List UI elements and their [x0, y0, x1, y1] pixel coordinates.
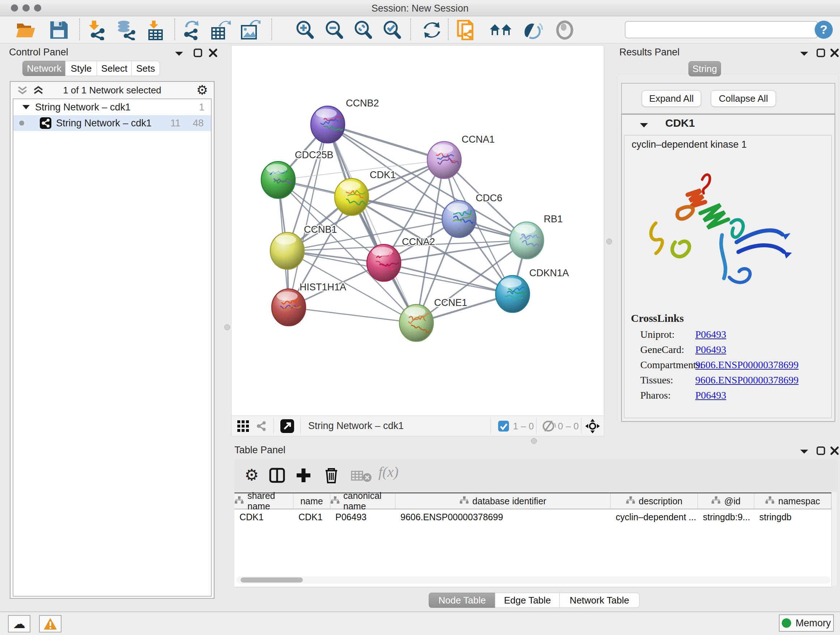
tab-select[interactable]: Select: [96, 61, 132, 76]
footer-separator: [491, 417, 491, 434]
grid-view-icon[interactable]: [237, 420, 249, 432]
tab-network-table[interactable]: Network Table: [559, 593, 639, 608]
collapse-panel-icon[interactable]: [799, 448, 809, 455]
toolbar-separator: [410, 19, 411, 40]
zoom-out-icon[interactable]: [324, 20, 345, 40]
help-icon[interactable]: ?: [814, 20, 834, 41]
zoom-fit-icon[interactable]: [353, 20, 374, 40]
column-header-description[interactable]: description: [611, 494, 698, 509]
network-view-icon[interactable]: [255, 420, 268, 432]
save-icon[interactable]: [48, 20, 69, 40]
network-collection-row[interactable]: String Network – cdk1 1: [13, 99, 211, 115]
close-panel-icon[interactable]: [830, 48, 839, 57]
open-folder-icon[interactable]: [16, 20, 36, 40]
gear-icon[interactable]: ⚙: [245, 466, 259, 484]
column-header-label: name: [300, 496, 323, 507]
export-network-icon[interactable]: [181, 20, 202, 40]
table-cell[interactable]: cyclin–dependent ...: [611, 509, 698, 524]
table-cell[interactable]: CDK1: [294, 509, 330, 524]
expand-all-button[interactable]: Expand All: [642, 90, 701, 107]
network-node-HIST1H1A[interactable]: [272, 289, 306, 326]
network-node-CDKN1A[interactable]: [496, 276, 530, 312]
import-network-icon[interactable]: [87, 20, 108, 40]
network-node-CCNB1[interactable]: [270, 233, 304, 269]
float-panel-icon[interactable]: [816, 446, 826, 455]
export-table-icon[interactable]: [210, 20, 231, 40]
show-all-icon[interactable]: [554, 20, 575, 40]
float-panel-icon[interactable]: [816, 48, 826, 57]
column-header-canonical-name[interactable]: canonical name: [330, 494, 395, 509]
table-vscrollbar[interactable]: [831, 492, 837, 586]
cloud-status-button[interactable]: ☁: [8, 615, 30, 632]
detach-view-icon[interactable]: [280, 419, 294, 433]
export-image-icon[interactable]: [240, 20, 261, 40]
tab-node-table[interactable]: Node Table: [429, 593, 496, 608]
birds-eye-view-icon[interactable]: [585, 419, 600, 433]
zoom-in-icon[interactable]: [295, 20, 316, 40]
float-panel-icon[interactable]: [193, 48, 202, 57]
column-header-database-identifier[interactable]: database identifier: [395, 494, 611, 509]
table-cell[interactable]: P06493: [330, 509, 395, 524]
network-node-CCNA1[interactable]: [427, 141, 461, 179]
crosslink-link[interactable]: P06493: [695, 344, 726, 356]
hscroll-thumb[interactable]: [240, 578, 303, 583]
delete-column-icon[interactable]: [324, 467, 339, 484]
close-panel-icon[interactable]: [830, 446, 839, 455]
network-node-RB1[interactable]: [510, 222, 544, 259]
network-node-CCNE1[interactable]: [399, 304, 433, 341]
tab-network[interactable]: Network: [22, 61, 66, 76]
warning-status-button[interactable]: [39, 615, 62, 632]
collapse-panel-icon[interactable]: [799, 50, 809, 57]
column-header-label: shared name: [248, 491, 293, 511]
collapse-all-button[interactable]: Collapse All: [711, 90, 776, 107]
tree-expander-icon[interactable]: [22, 104, 30, 110]
hidden-eye-icon[interactable]: [542, 420, 556, 432]
network-canvas[interactable]: CCNB2CCNA1CDC25BCDK1CDC6RB1CCNB1CCNA2CDK…: [231, 45, 604, 416]
import-table-icon[interactable]: [145, 20, 166, 40]
crosslink-link[interactable]: 9606.ENSP00000378699: [695, 374, 798, 386]
tab-string[interactable]: String: [688, 61, 721, 76]
crosslink-link[interactable]: P06493: [695, 329, 726, 340]
gear-icon[interactable]: ⚙: [196, 82, 208, 98]
network-row-selected[interactable]: String Network – cdk1 11 48: [13, 115, 211, 131]
delete-table-icon[interactable]: [351, 470, 372, 482]
column-header-name[interactable]: name: [294, 494, 330, 509]
network-node-CDC6[interactable]: [442, 201, 476, 238]
table-cell[interactable]: stringdb: [754, 509, 831, 524]
left-splitter-handle[interactable]: [224, 325, 230, 330]
close-panel-icon[interactable]: [208, 48, 218, 57]
zoom-selected-icon[interactable]: [382, 20, 403, 40]
tab-style[interactable]: Style: [65, 61, 97, 76]
table-cell[interactable]: 9606.ENSP00000378699: [395, 509, 611, 524]
memory-status-icon: [782, 618, 791, 628]
node-label-HIST1H1A: HIST1H1A: [300, 282, 346, 293]
column-header-namespac[interactable]: namespac: [754, 494, 831, 509]
function-builder-icon[interactable]: f(x): [378, 463, 399, 480]
column-header--id[interactable]: @id: [698, 494, 754, 509]
right-splitter-handle[interactable]: [606, 239, 612, 244]
first-neighbors-icon[interactable]: [489, 20, 510, 40]
add-column-icon[interactable]: [296, 468, 311, 483]
search-input[interactable]: [625, 21, 818, 38]
column-header-shared-name[interactable]: shared name: [234, 494, 294, 509]
table-cell[interactable]: stringdb:9...: [698, 509, 754, 524]
network-node-CCNB2[interactable]: [311, 106, 345, 143]
tab-edge-table[interactable]: Edge Table: [495, 593, 560, 608]
refresh-icon[interactable]: [422, 20, 442, 40]
network-node-CCNA2[interactable]: [367, 244, 401, 281]
network-node-CDK1[interactable]: [335, 179, 369, 215]
tab-sets[interactable]: Sets: [131, 61, 160, 76]
new-network-from-selection-icon[interactable]: [456, 20, 477, 40]
table-hscrollbar[interactable]: [236, 576, 831, 584]
collapse-panel-icon[interactable]: [174, 50, 184, 57]
split-columns-icon[interactable]: [269, 468, 285, 483]
memory-button[interactable]: Memory: [779, 614, 834, 632]
crosslink-link[interactable]: P06493: [695, 390, 726, 401]
hide-selected-icon[interactable]: [523, 20, 543, 40]
import-database-icon[interactable]: [115, 20, 136, 40]
table-cell[interactable]: CDK1: [234, 509, 294, 524]
section-expander-icon[interactable]: [639, 122, 649, 128]
selected-checkbox-icon[interactable]: [498, 420, 509, 432]
network-node-CDC25B[interactable]: [261, 162, 295, 198]
crosslink-link[interactable]: 9606.ENSP00000378699: [695, 359, 798, 371]
